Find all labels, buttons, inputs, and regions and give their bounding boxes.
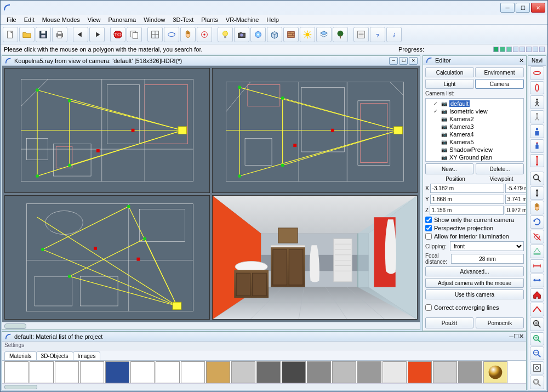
navi-rotate-button[interactable] — [530, 215, 544, 229]
viewport-close-button[interactable]: ✕ — [409, 57, 418, 65]
materials-maximize-button[interactable]: ☐ — [513, 333, 519, 340]
navi-measure-button[interactable] — [530, 259, 544, 273]
navi-zoom-in-button[interactable] — [530, 317, 544, 331]
y-viewpoint-input[interactable] — [505, 195, 526, 204]
close-button[interactable]: ✕ — [531, 3, 545, 13]
editor-close-button[interactable]: ✕ — [519, 57, 524, 64]
advanced-button[interactable]: Advanced... — [425, 266, 524, 276]
material-swatch[interactable] — [206, 361, 230, 383]
tab-light[interactable]: Light — [425, 79, 474, 89]
menu-mousemodes[interactable]: Mouse Modes — [38, 16, 84, 24]
navi-zoom-fit-button[interactable] — [530, 361, 544, 375]
materials-minimize-button[interactable]: ─ — [509, 333, 513, 340]
x-viewpoint-input[interactable] — [505, 184, 526, 193]
navi-person-up-button[interactable] — [530, 139, 544, 153]
material-swatch[interactable] — [105, 361, 129, 383]
tab-environment[interactable]: Environment — [475, 67, 524, 77]
menu-3dtext[interactable]: 3D-Text — [169, 16, 197, 24]
material-swatch[interactable] — [383, 361, 407, 383]
camera-item[interactable]: ✓📷default — [427, 100, 522, 107]
camera-item[interactable]: 📷Kamera2 — [427, 115, 522, 123]
material-swatch[interactable] — [55, 361, 79, 383]
menu-view[interactable]: View — [84, 16, 105, 24]
material-swatch[interactable] — [256, 361, 281, 383]
navi-walk-button[interactable] — [530, 95, 544, 109]
camera-item[interactable]: 📷Kamera3 — [427, 123, 522, 130]
navi-arrow-h-button[interactable] — [530, 274, 544, 287]
material-swatch[interactable] — [80, 361, 104, 383]
camera-item[interactable]: 📷Kamera5 — [427, 138, 522, 146]
print-button[interactable] — [52, 27, 67, 42]
maximize-button[interactable]: ☐ — [516, 3, 530, 13]
navi-plane-button[interactable] — [530, 245, 544, 258]
material-swatch[interactable] — [357, 361, 381, 383]
materials-scrollbar[interactable] — [2, 383, 526, 390]
navi-person-front-button[interactable] — [530, 124, 544, 138]
z-position-input[interactable] — [430, 206, 504, 215]
apply-button[interactable]: Použít — [425, 317, 473, 328]
adjust-camera-button[interactable]: Adjust camera with the mouse — [425, 278, 524, 288]
delete-camera-button[interactable]: Delete... — [476, 163, 524, 174]
camera-spin-button[interactable] — [164, 27, 179, 42]
navi-pan-y-button[interactable] — [530, 186, 544, 200]
viewport-render[interactable] — [212, 195, 418, 320]
show-only-current-camera-checkbox[interactable] — [425, 217, 432, 223]
target-button[interactable] — [197, 27, 212, 42]
menu-plants[interactable]: Plants — [197, 16, 222, 24]
camera-list[interactable]: ✓📷default✓📷Isometric view📷Kamera2📷Kamera… — [425, 98, 524, 162]
redo-button[interactable] — [89, 27, 105, 42]
save-button[interactable] — [36, 27, 51, 42]
layers-button[interactable] — [316, 27, 332, 42]
navi-zoom-button[interactable] — [530, 172, 544, 185]
navi-zoom-plus-button[interactable]: + — [530, 332, 544, 346]
camera-item[interactable]: 📷ShadowPreview — [427, 146, 522, 154]
viewport-top-left[interactable] — [4, 68, 210, 193]
menu-panorama[interactable]: Panorama — [104, 16, 140, 24]
viewport-bottom-left[interactable] — [4, 195, 210, 320]
box-button[interactable] — [267, 27, 282, 42]
camera-item[interactable]: 📷XY- Ground plan — [427, 161, 522, 162]
materials-tab-3dobjects[interactable]: 3D-Objects — [36, 351, 73, 360]
material-swatch[interactable] — [458, 361, 482, 383]
camera-item[interactable]: 📷XY Ground plan — [427, 154, 522, 161]
undo-button[interactable] — [73, 27, 88, 42]
sun-button[interactable] — [300, 27, 315, 42]
material-swatch[interactable] — [433, 361, 457, 383]
new-button[interactable] — [3, 27, 18, 42]
navi-target-x-button[interactable] — [530, 230, 544, 243]
bulb-button[interactable] — [218, 27, 233, 42]
material-swatch[interactable] — [332, 361, 356, 383]
perspective-projection-checkbox[interactable] — [425, 225, 432, 231]
material-swatch[interactable] — [156, 361, 180, 383]
focal-distance-input[interactable] — [451, 254, 524, 264]
navi-roof-button[interactable] — [530, 303, 544, 316]
clone-button[interactable] — [127, 27, 142, 42]
viewport-maximize-button[interactable]: ☐ — [399, 57, 408, 65]
info-button[interactable]: i — [386, 27, 402, 42]
material-swatch[interactable] — [483, 361, 507, 383]
clipping-select[interactable]: front — [450, 241, 524, 251]
navi-orbit-x-button[interactable] — [530, 81, 544, 95]
hand-button[interactable] — [180, 27, 196, 42]
material-swatch[interactable] — [408, 361, 432, 383]
navi-home-button[interactable] — [530, 288, 544, 302]
navi-zoom-minus-button[interactable] — [530, 346, 544, 360]
viewport-minimize-button[interactable]: ─ — [389, 57, 398, 65]
x-position-input[interactable] — [430, 184, 504, 193]
y-position-input[interactable] — [430, 195, 504, 204]
menu-vrmachine[interactable]: VR-Machine — [222, 16, 263, 24]
navi-zoom-reset-button[interactable] — [530, 376, 544, 389]
interior-illumination-checkbox[interactable] — [425, 233, 432, 240]
camera-item[interactable]: ✓📷Isometric view — [427, 107, 522, 115]
materials-tab-images[interactable]: Images — [73, 351, 101, 360]
z-viewpoint-input[interactable] — [505, 206, 526, 215]
material-swatch[interactable] — [181, 361, 205, 383]
materials-settings-label[interactable]: Settings — [2, 342, 526, 350]
list-button[interactable] — [353, 27, 369, 42]
menu-file[interactable]: File — [3, 16, 20, 24]
menu-help[interactable]: Help — [262, 16, 283, 24]
use-camera-button[interactable]: Use this camera — [425, 289, 524, 299]
tab-camera[interactable]: Camera — [475, 79, 524, 89]
correct-converging-checkbox[interactable] — [425, 304, 432, 311]
menu-edit[interactable]: Edit — [20, 16, 38, 24]
